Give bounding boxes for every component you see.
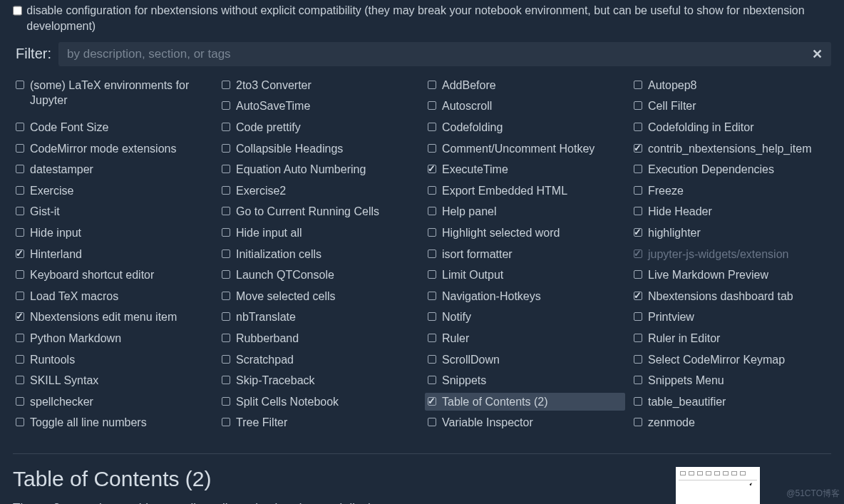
- checkbox-icon[interactable]: [428, 270, 436, 279]
- extension-item[interactable]: Codefolding: [425, 118, 625, 137]
- extension-item[interactable]: Freeze: [631, 182, 831, 200]
- checkbox-icon[interactable]: [222, 376, 230, 384]
- checkbox-icon[interactable]: [222, 228, 230, 237]
- checkbox-icon[interactable]: [634, 418, 642, 426]
- checkbox-icon[interactable]: [634, 228, 642, 237]
- extension-item[interactable]: Hide Header: [631, 202, 831, 221]
- checkbox-icon[interactable]: [16, 228, 24, 237]
- preview-thumbnail[interactable]: [676, 467, 760, 504]
- extension-item[interactable]: Equation Auto Numbering: [219, 160, 419, 179]
- checkbox-icon[interactable]: [634, 334, 642, 342]
- extension-item[interactable]: Notify: [425, 308, 625, 326]
- extension-item[interactable]: ExecuteTime: [425, 160, 625, 179]
- extension-item[interactable]: table_beautifier: [631, 393, 831, 411]
- extension-item[interactable]: Load TeX macros: [13, 287, 213, 306]
- extension-item[interactable]: Printview: [631, 308, 831, 326]
- extension-item[interactable]: 2to3 Converter: [219, 76, 419, 95]
- extension-item[interactable]: Nbextensions dashboard tab: [631, 287, 831, 306]
- checkbox-icon[interactable]: [222, 334, 230, 342]
- extension-item[interactable]: Exercise2: [219, 182, 419, 200]
- checkbox-icon[interactable]: [16, 144, 24, 153]
- extension-item[interactable]: Rubberband: [219, 329, 419, 348]
- extension-item[interactable]: isort formatter: [425, 245, 625, 264]
- extension-item[interactable]: Snippets: [425, 371, 625, 390]
- checkbox-icon[interactable]: [222, 312, 230, 321]
- checkbox-icon[interactable]: [634, 270, 642, 279]
- checkbox-icon[interactable]: [634, 186, 642, 195]
- checkbox-icon[interactable]: [222, 165, 230, 173]
- extension-item[interactable]: (some) LaTeX environments for Jupyter: [13, 76, 213, 115]
- checkbox-icon[interactable]: [16, 270, 24, 279]
- checkbox-icon[interactable]: [16, 334, 24, 342]
- extension-item[interactable]: ScrollDown: [425, 351, 625, 369]
- checkbox-icon[interactable]: [428, 228, 436, 237]
- checkbox-icon[interactable]: [222, 101, 230, 110]
- checkbox-icon[interactable]: [634, 101, 642, 110]
- extension-item[interactable]: nbTranslate: [219, 308, 419, 326]
- extension-item[interactable]: Code Font Size: [13, 118, 213, 137]
- extension-item[interactable]: Keyboard shortcut editor: [13, 266, 213, 284]
- extension-item[interactable]: Variable Inspector: [425, 413, 625, 432]
- extension-item[interactable]: Navigation-Hotkeys: [425, 287, 625, 306]
- extension-item[interactable]: Skip-Traceback: [219, 371, 419, 390]
- checkbox-icon[interactable]: [16, 292, 24, 300]
- extension-item[interactable]: Go to Current Running Cells: [219, 202, 419, 221]
- checkbox-icon[interactable]: [634, 165, 642, 173]
- checkbox-icon[interactable]: [428, 81, 436, 89]
- filter-input[interactable]: [67, 47, 812, 61]
- checkbox-icon[interactable]: [16, 397, 24, 406]
- extension-item[interactable]: Hide input all: [219, 224, 419, 242]
- checkbox-icon[interactable]: [222, 123, 230, 131]
- checkbox-icon[interactable]: [16, 376, 24, 384]
- checkbox-icon[interactable]: [428, 101, 436, 110]
- extension-item[interactable]: spellchecker: [13, 393, 213, 411]
- extension-item[interactable]: Execution Dependencies: [631, 160, 831, 179]
- extension-item[interactable]: Snippets Menu: [631, 371, 831, 390]
- checkbox-icon[interactable]: [634, 250, 642, 258]
- extension-item[interactable]: Tree Filter: [219, 413, 419, 432]
- extension-item[interactable]: CodeMirror mode extensions: [13, 140, 213, 158]
- checkbox-icon[interactable]: [16, 355, 24, 364]
- checkbox-icon[interactable]: [428, 250, 436, 258]
- extension-item[interactable]: Move selected cells: [219, 287, 419, 306]
- extension-item[interactable]: AddBefore: [425, 76, 625, 95]
- extension-item[interactable]: Select CodeMirror Keymap: [631, 351, 831, 369]
- checkbox-icon[interactable]: [634, 397, 642, 406]
- extension-item[interactable]: Help panel: [425, 202, 625, 221]
- extension-item[interactable]: datestamper: [13, 160, 213, 179]
- checkbox-icon[interactable]: [222, 207, 230, 215]
- checkbox-icon[interactable]: [222, 397, 230, 406]
- checkbox-icon[interactable]: [428, 186, 436, 195]
- checkbox-icon[interactable]: [16, 123, 24, 131]
- extension-item[interactable]: Runtools: [13, 351, 213, 369]
- checkbox-icon[interactable]: [428, 376, 436, 384]
- extension-item[interactable]: Split Cells Notebook: [219, 393, 419, 411]
- extension-item[interactable]: Limit Output: [425, 266, 625, 284]
- extension-item[interactable]: Toggle all line numbers: [13, 413, 213, 432]
- filter-input-wrap[interactable]: ✕: [58, 42, 831, 66]
- extension-item[interactable]: Codefolding in Editor: [631, 118, 831, 137]
- extension-item[interactable]: Hide input: [13, 224, 213, 242]
- checkbox-icon[interactable]: [428, 292, 436, 300]
- extension-item[interactable]: Code prettify: [219, 118, 419, 137]
- checkbox-icon[interactable]: [428, 312, 436, 321]
- extension-item[interactable]: Autoscroll: [425, 97, 625, 115]
- extension-item[interactable]: AutoSaveTime: [219, 97, 419, 115]
- extension-item[interactable]: Export Embedded HTML: [425, 182, 625, 200]
- checkbox-icon[interactable]: [634, 312, 642, 321]
- checkbox-icon[interactable]: [428, 334, 436, 342]
- extension-item[interactable]: SKILL Syntax: [13, 371, 213, 390]
- checkbox-icon[interactable]: [428, 418, 436, 426]
- checkbox-icon[interactable]: [16, 250, 24, 258]
- checkbox-icon[interactable]: [222, 250, 230, 258]
- checkbox-icon[interactable]: [222, 81, 230, 89]
- extension-item[interactable]: Hinterland: [13, 245, 213, 264]
- extension-item[interactable]: highlighter: [631, 224, 831, 242]
- checkbox-icon[interactable]: [16, 81, 24, 89]
- checkbox-icon[interactable]: [634, 123, 642, 131]
- checkbox-icon[interactable]: [634, 207, 642, 215]
- extension-item[interactable]: Launch QTConsole: [219, 266, 419, 284]
- extension-item[interactable]: Ruler in Editor: [631, 329, 831, 348]
- checkbox-icon[interactable]: [16, 165, 24, 173]
- extension-item[interactable]: Highlight selected word: [425, 224, 625, 242]
